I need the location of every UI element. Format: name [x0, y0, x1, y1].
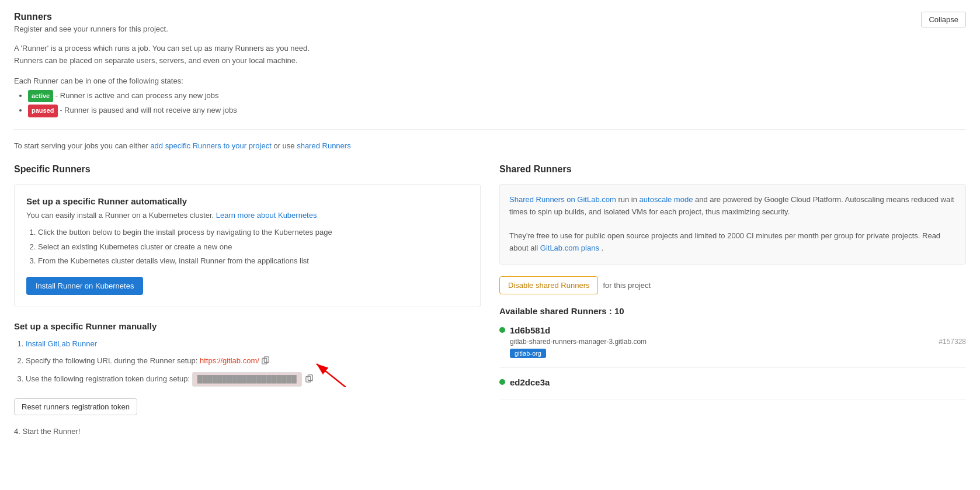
step2-label: Specify the following URL during the Run… [26, 356, 200, 365]
info-text4: . [602, 244, 604, 252]
header-left: Runners Register and see your runners fo… [14, 12, 168, 33]
for-project-text: for this project [603, 281, 651, 290]
auto-steps-list: Click the button below to begin the inst… [26, 227, 468, 267]
auto-step-2: Select an existing Kubernetes cluster or… [38, 241, 468, 253]
manual-step-1: Install GitLab Runner [26, 338, 481, 350]
serving-text: To start serving your jobs you can eithe… [14, 141, 966, 150]
install-runner-kubernetes-button[interactable]: Install Runner on Kubernetes [26, 277, 143, 295]
runner-url: https://gitlab.com/ [200, 355, 259, 367]
auto-desc-text: You can easily install a Runner on a Kub… [26, 211, 216, 220]
states-section: Each Runner can be in one of the followi… [14, 77, 966, 117]
step4-text: 4. Start the Runner! [14, 427, 481, 436]
intro-text: A 'Runner' is a process which runs a job… [14, 43, 966, 67]
page-subtitle: Register and see your runners for this p… [14, 25, 168, 33]
states-intro: Each Runner can be in one of the followi… [14, 77, 966, 85]
badge-active: active [28, 90, 53, 103]
auto-step-1: Click the button below to begin the inst… [38, 227, 468, 239]
info-para-2: They're free to use for public open sour… [509, 230, 956, 255]
two-col-layout: Specific Runners Set up a specific Runne… [14, 164, 966, 436]
serving-before: To start serving your jobs you can eithe… [14, 141, 150, 150]
serving-middle: or use [273, 141, 297, 150]
registration-token: ████████████████████ [192, 372, 302, 387]
manual-step-2: Specify the following URL during the Run… [26, 355, 481, 367]
shared-runners-title: Shared Runners [499, 164, 966, 175]
manual-setup-title: Set up a specific Runner manually [14, 321, 481, 331]
copy-url-icon[interactable] [262, 356, 271, 366]
intro-line1: A 'Runner' is a process which runs a job… [14, 43, 966, 55]
runner-host-1: gitlab-shared-runners-manager-3.gitlab.c… [510, 338, 647, 346]
runner-tag-gitlab-org: gitlab-org [510, 349, 546, 358]
manual-step-3: Use the following registration token dur… [26, 372, 481, 387]
runner-id-1: #157328 [939, 338, 966, 346]
state-paused-desc: - Runner is paused and will not receive … [60, 106, 237, 114]
runner-online-dot-1 [499, 327, 505, 333]
runner-item-1: 1d6b581d gitlab-shared-runners-manager-3… [499, 325, 966, 368]
auto-step-3: From the Kubernetes cluster details view… [38, 255, 468, 267]
runner-online-dot-2 [499, 379, 505, 385]
runner-tags-1: gitlab-org [499, 348, 966, 358]
runner-name-row-1: 1d6b581d [499, 325, 966, 335]
step3-label: Use the following registration token dur… [26, 374, 192, 383]
manual-setup-section: Set up a specific Runner manually Instal… [14, 321, 481, 436]
divider [14, 129, 966, 130]
info-para-1: Shared Runners on GitLab.com run in auto… [509, 194, 956, 218]
page-title: Runners [14, 12, 168, 22]
runner-name-row-2: ed2dce3a [499, 377, 966, 387]
auto-setup-card: Set up a specific Runner automatically Y… [14, 184, 481, 307]
runner-name-2: ed2dce3a [510, 377, 550, 387]
svg-line-5 [317, 364, 346, 387]
reset-token-button[interactable]: Reset runners registration token [14, 398, 137, 415]
disable-shared-runners-button[interactable]: Disable shared Runners [499, 276, 598, 294]
specific-runners-section: Specific Runners Set up a specific Runne… [14, 164, 481, 436]
state-active: active - Runner is active and can proces… [28, 90, 966, 103]
collapse-button[interactable]: Collapse [921, 12, 966, 27]
shared-runners-link[interactable]: shared Runners [297, 141, 351, 150]
shared-runners-gitlab-link[interactable]: Shared Runners on GitLab.com [509, 195, 616, 204]
disable-row: Disable shared Runners for this project [499, 276, 966, 294]
states-list: active - Runner is active and can proces… [14, 90, 966, 117]
autoscale-mode-link[interactable]: autoscale mode [640, 195, 693, 204]
shared-runners-info: Shared Runners on GitLab.com run in auto… [499, 184, 966, 265]
page-header: Runners Register and see your runners fo… [14, 12, 966, 33]
runner-item-2: ed2dce3a [499, 377, 966, 399]
specific-runners-title: Specific Runners [14, 164, 481, 175]
url-inline: https://gitlab.com/ [200, 355, 271, 367]
shared-runners-section: Shared Runners Shared Runners on GitLab.… [499, 164, 966, 436]
install-gitlab-runner-link[interactable]: Install GitLab Runner [26, 339, 97, 348]
page-container: Runners Register and see your runners fo… [0, 0, 980, 447]
token-row: ████████████████████ [192, 372, 315, 387]
runner-host-row-1: gitlab-shared-runners-manager-3.gitlab.c… [499, 338, 966, 346]
specific-runners-link[interactable]: add specific Runners to your project [150, 141, 271, 150]
badge-paused: paused [28, 105, 58, 117]
runner-name-1: 1d6b581d [510, 325, 550, 335]
auto-card-title: Set up a specific Runner automatically [26, 196, 468, 206]
available-runners-title: Available shared Runners : 10 [499, 306, 966, 316]
intro-line2: Runners can be placed on separate users,… [14, 55, 966, 67]
manual-steps-list: Install GitLab Runner Specify the follow… [14, 338, 481, 387]
state-paused: paused - Runner is paused and will not r… [28, 105, 966, 117]
state-active-desc: - Runner is active and can process any n… [55, 91, 219, 100]
info-text1: run in [618, 195, 639, 204]
kubernetes-link[interactable]: Learn more about Kubernetes [216, 211, 317, 220]
auto-card-desc: You can easily install a Runner on a Kub… [26, 211, 468, 220]
gitlab-plans-link[interactable]: GitLab.com plans [540, 244, 599, 252]
